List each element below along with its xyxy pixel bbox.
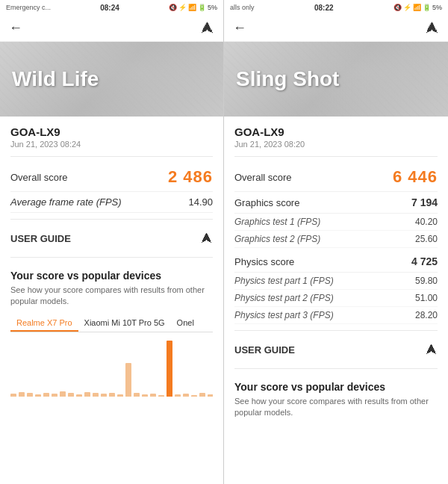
bar-22 — [191, 395, 197, 397]
right-graphics-label: Graphics score — [234, 197, 299, 208]
bar-19 — [167, 341, 172, 397]
left-nav-bar: ← ⮝ — [0, 15, 223, 42]
left-fps-label: Average frame rate (FPS) — [10, 196, 122, 208]
bar-11 — [101, 394, 107, 397]
right-phys-test2-label: Physics test part 2 (FPS) — [234, 293, 334, 303]
left-battery-icon: 🔋 — [198, 4, 206, 11]
right-battery-icon: 🔋 — [423, 4, 431, 11]
right-overall-value: 6 446 — [393, 167, 438, 187]
right-guide-share-icon[interactable]: ⮝ — [426, 343, 438, 356]
right-gfx-test2-value: 25.60 — [415, 234, 438, 244]
right-overall-score-row: Overall score 6 446 — [234, 163, 438, 192]
right-wifi-icon: 📶 — [413, 4, 421, 11]
left-status-left: Emergency c... — [6, 4, 51, 11]
right-phys-test2-row: Physics test part 2 (FPS) 51.00 — [234, 290, 438, 307]
bar-21 — [183, 394, 189, 397]
left-tab-2[interactable]: Onel — [171, 315, 200, 332]
left-hero: Wild Life — [0, 42, 223, 117]
left-bt-icon: ⚡ — [178, 4, 187, 11]
right-user-guide-label[interactable]: USER GUIDE — [234, 344, 295, 356]
right-popular-section: Your score vs popular devices See how yo… — [234, 375, 438, 432]
left-bar-chart — [10, 338, 213, 398]
right-divider-2 — [234, 330, 438, 331]
bar-20 — [175, 394, 181, 397]
left-overall-value: 2 486 — [168, 167, 213, 187]
right-phys-test1-label: Physics test part 1 (FPS) — [234, 276, 334, 286]
right-physics-label: Physics score — [234, 256, 294, 267]
bar-14 — [125, 363, 131, 397]
right-device-name: GOA-LX9 — [234, 125, 438, 138]
bar-6 — [60, 391, 66, 397]
left-divider-1 — [10, 156, 213, 157]
right-hero-title: Sling Shot — [236, 67, 339, 91]
bar-5 — [52, 394, 57, 397]
right-content: GOA-LX9 Jun 21, 2023 08:20 Overall score… — [224, 117, 448, 484]
right-signal-icon: 🔇 — [393, 4, 402, 11]
left-status-bar: Emergency c... 08:24 🔇 ⚡ 📶 🔋 5% — [0, 0, 223, 15]
right-gfx-test1-label: Graphics test 1 (FPS) — [234, 217, 320, 227]
left-status-right: 🔇 ⚡ 📶 🔋 5% — [169, 4, 217, 11]
right-status-time: 08:22 — [314, 4, 334, 12]
right-gfx-test1-value: 40.20 — [415, 217, 438, 227]
left-back-button[interactable]: ← — [9, 20, 22, 36]
right-battery-pct: 5% — [432, 4, 442, 11]
right-nav-bar: ← ⮝ — [224, 15, 448, 42]
bar-7 — [68, 393, 74, 397]
bar-10 — [93, 393, 99, 397]
bar-8 — [76, 394, 82, 397]
left-fps-value: 14.90 — [188, 196, 213, 208]
right-phys-test1-row: Physics test part 1 (FPS) 59.80 — [234, 273, 438, 290]
right-gfx-test2-label: Graphics test 2 (FPS) — [234, 234, 320, 244]
left-panel: Emergency c... 08:24 🔇 ⚡ 📶 🔋 5% ← ⮝ Wild… — [0, 0, 224, 484]
right-graphics-value: 7 194 — [411, 196, 438, 208]
right-user-guide-row: USER GUIDE ⮝ — [234, 337, 438, 362]
right-physics-value: 4 725 — [411, 255, 438, 267]
right-status-left: alls only — [230, 4, 255, 11]
right-status-bar: alls only 08:22 🔇 ⚡ 📶 🔋 5% — [224, 0, 448, 15]
left-device-date: Jun 21, 2023 08:24 — [10, 140, 213, 149]
left-fps-row: Average frame rate (FPS) 14.90 — [10, 192, 213, 213]
bar-9 — [84, 392, 90, 397]
left-tab-1[interactable]: Xiaomi Mi 10T Pro 5G — [78, 315, 171, 332]
left-tab-0[interactable]: Realme X7 Pro — [10, 315, 78, 332]
left-status-time: 08:24 — [100, 4, 119, 12]
right-graphics-row: Graphics score 7 194 — [234, 192, 438, 214]
bar-16 — [142, 394, 148, 397]
bar-24 — [208, 394, 213, 397]
bar-0 — [10, 394, 16, 397]
left-share-button[interactable]: ⮝ — [201, 20, 214, 36]
right-overall-label: Overall score — [234, 172, 292, 183]
right-phys-test3-row: Physics test part 3 (FPS) 28.20 — [234, 307, 438, 324]
left-divider-2 — [10, 219, 213, 220]
left-popular-section: Your score vs popular devices See how yo… — [10, 264, 213, 404]
right-share-button[interactable]: ⮝ — [426, 20, 439, 36]
left-battery-pct: 5% — [208, 4, 217, 11]
bar-4 — [43, 393, 49, 397]
left-popular-title: Your score vs popular devices — [10, 270, 213, 282]
bar-23 — [199, 393, 205, 397]
bar-12 — [109, 393, 115, 397]
right-status-right: 🔇 ⚡ 📶 🔋 5% — [393, 4, 442, 11]
left-tabs-row: Realme X7 Pro Xiaomi Mi 10T Pro 5G Onel — [10, 315, 213, 332]
right-device-date: Jun 21, 2023 08:20 — [234, 140, 438, 149]
bar-1 — [19, 392, 25, 397]
left-popular-desc: See how your score compares with results… — [10, 285, 213, 308]
right-divider-1 — [234, 156, 438, 157]
left-guide-share-icon[interactable]: ⮝ — [201, 232, 213, 245]
right-gfx-test2-row: Graphics test 2 (FPS) 25.60 — [234, 231, 438, 248]
right-phys-test3-value: 28.20 — [415, 310, 438, 320]
right-phys-test3-label: Physics test part 3 (FPS) — [234, 310, 334, 320]
right-bt-icon: ⚡ — [403, 4, 411, 11]
left-content: GOA-LX9 Jun 21, 2023 08:24 Overall score… — [0, 117, 223, 484]
right-back-button[interactable]: ← — [233, 20, 246, 36]
right-hero: Sling Shot — [224, 42, 448, 117]
bar-13 — [117, 394, 123, 397]
right-divider-3 — [234, 368, 438, 369]
left-hero-title: Wild Life — [12, 67, 99, 91]
left-user-guide-row: USER GUIDE ⮝ — [10, 226, 213, 251]
left-overall-label: Overall score — [10, 172, 68, 183]
bar-15 — [134, 393, 140, 397]
right-phys-test2-value: 51.00 — [415, 293, 438, 303]
right-gfx-test1-row: Graphics test 1 (FPS) 40.20 — [234, 214, 438, 231]
left-user-guide-label[interactable]: USER GUIDE — [10, 233, 71, 244]
